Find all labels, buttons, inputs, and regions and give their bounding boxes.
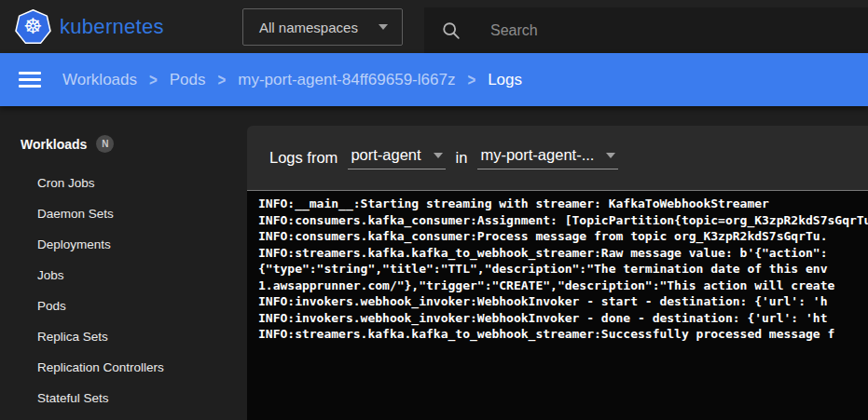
- sidebar-item-deployments[interactable]: Deployments: [0, 229, 247, 260]
- sidebar-item-daemon-sets[interactable]: Daemon Sets: [0, 198, 247, 229]
- container-select[interactable]: port-agent: [348, 146, 445, 169]
- logs-header: Logs from port-agent in my-port-agent-..…: [247, 126, 868, 190]
- pod-select-value: my-port-agent-...: [480, 146, 594, 164]
- logs-header-prefix: Logs from: [269, 149, 338, 167]
- breadcrumb-bar: Workloads > Pods > my-port-agent-84ff696…: [0, 53, 868, 106]
- chevron-down-icon: [379, 24, 388, 30]
- breadcrumb-current-logs: Logs: [488, 71, 522, 89]
- svg-text:☸: ☸: [23, 14, 42, 38]
- chevron-down-icon: [606, 153, 615, 158]
- sidebar-item-replication-controllers[interactable]: Replication Controllers: [0, 352, 247, 383]
- sidebar-nav: Workloads N Cron Jobs Daemon Sets Deploy…: [0, 106, 247, 420]
- search-input[interactable]: [490, 22, 789, 39]
- sidebar-item-pods[interactable]: Pods: [0, 291, 247, 321]
- search-icon: [441, 20, 462, 41]
- kubernetes-dashboard: ☸ kubernetes All namespaces Workloads > …: [0, 0, 868, 420]
- log-line: {"type":"string","title":"TTL","descript…: [258, 261, 868, 278]
- breadcrumb-pods[interactable]: Pods: [170, 71, 206, 89]
- top-app-bar: ☸ kubernetes All namespaces: [0, 0, 868, 53]
- chevron-down-icon: [434, 153, 443, 158]
- sidebar-item-replica-sets[interactable]: Replica Sets: [0, 321, 247, 352]
- logs-header-in: in: [456, 149, 468, 167]
- page-body: Workloads N Cron Jobs Daemon Sets Deploy…: [0, 106, 868, 420]
- new-badge: N: [96, 135, 114, 153]
- pod-select[interactable]: my-port-agent-...: [477, 146, 618, 169]
- chevron-right-icon: >: [467, 70, 475, 89]
- logs-card: Logs from port-agent in my-port-agent-..…: [247, 126, 868, 420]
- sidebar-section-label: Workloads: [21, 137, 87, 152]
- namespace-selector-value: All namespaces: [259, 20, 358, 35]
- sidebar-item-stateful-sets[interactable]: Stateful Sets: [0, 383, 247, 413]
- namespace-selector[interactable]: All namespaces: [242, 8, 403, 46]
- sidebar-section-workloads[interactable]: Workloads N: [0, 106, 247, 153]
- chevron-right-icon: >: [149, 70, 158, 89]
- log-line: INFO:consumers.kafka_consumer:Assignment…: [258, 212, 868, 229]
- sidebar-item-jobs[interactable]: Jobs: [0, 260, 247, 291]
- breadcrumb: Workloads > Pods > my-port-agent-84ff696…: [62, 71, 522, 89]
- search-bar: [424, 7, 868, 53]
- sidebar-item-cron-jobs[interactable]: Cron Jobs: [0, 168, 247, 198]
- brand-title: kubernetes: [60, 15, 164, 39]
- menu-icon[interactable]: [17, 64, 43, 95]
- home-link[interactable]: ☸ kubernetes: [15, 8, 164, 46]
- breadcrumb-pod-name[interactable]: my-port-agent-84ff69659-l667z: [238, 71, 455, 89]
- log-line: INFO:__main__:Starting streaming with st…: [258, 196, 868, 212]
- container-select-value: port-agent: [351, 146, 420, 164]
- log-line: INFO:consumers.kafka_consumer:Process me…: [258, 228, 868, 245]
- log-line: INFO:invokers.webhook_invoker:WebhookInv…: [258, 293, 868, 310]
- log-output[interactable]: INFO:__main__:Starting streaming with st…: [247, 190, 868, 420]
- sidebar-item-list: Cron Jobs Daemon Sets Deployments Jobs P…: [0, 168, 247, 413]
- kubernetes-logo-icon: ☸: [15, 9, 51, 45]
- log-line: INFO:streamers.kafka.kafka_to_webhook_st…: [258, 326, 868, 343]
- log-line: INFO:streamers.kafka.kafka_to_webhook_st…: [258, 245, 868, 262]
- chevron-right-icon: >: [218, 70, 227, 89]
- breadcrumb-workloads[interactable]: Workloads: [62, 71, 137, 89]
- log-line: 1.awsapprunner.com/"},"trigger":"CREATE"…: [258, 278, 868, 294]
- log-line: INFO:invokers.webhook_invoker:WebhookInv…: [258, 310, 868, 327]
